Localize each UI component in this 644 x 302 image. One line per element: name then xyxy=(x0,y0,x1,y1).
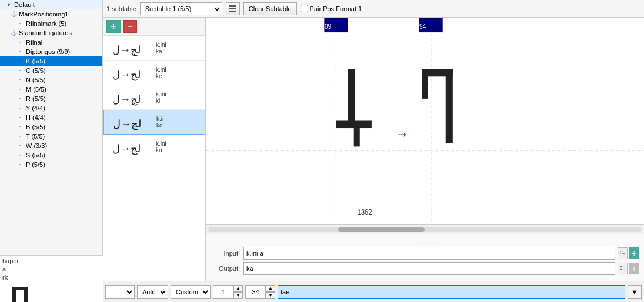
input-field[interactable] xyxy=(243,247,615,260)
spinner-btns-1: ▲ ▼ xyxy=(233,285,243,299)
tree-item-k55[interactable]: ╴ K (5/5) xyxy=(0,56,102,66)
input-cc-button[interactable]: cc xyxy=(618,247,628,259)
zoom-input[interactable] xyxy=(245,285,266,299)
folder-icon: ▼ xyxy=(5,1,13,9)
add-ligature-button[interactable]: + xyxy=(106,20,121,33)
tree-item-p55[interactable]: ╴ P (5/5) xyxy=(0,160,102,169)
tree-label-h44: H (4/4) xyxy=(26,114,46,121)
svg-rect-18 xyxy=(336,121,371,129)
subtable-select[interactable]: Subtable 1 (5/5) xyxy=(140,2,222,15)
glyph-icon-5: ╴ xyxy=(16,66,25,75)
glyph-icon-9: ╴ xyxy=(16,104,25,112)
svg-rect-26 xyxy=(24,287,28,302)
bottom-select-custom[interactable]: Custom xyxy=(171,285,211,299)
tree-item-markpos1[interactable]: ⚓ MarkPositioning1 xyxy=(0,9,102,19)
scrollbar-thumb[interactable] xyxy=(338,227,425,232)
tree-item-stdlig[interactable]: ⚓ StandardLigatures xyxy=(0,28,102,38)
tree-label-stdlig: StandardLigatures xyxy=(19,29,72,36)
tree-label-b55: B (5/5) xyxy=(26,123,45,130)
tree-item-t55[interactable]: ╴ T (5/5) xyxy=(0,132,102,141)
lig-item-ko[interactable]: لچ→ل k.iniko xyxy=(103,110,205,135)
tree-label-y44: Y (4/4) xyxy=(26,105,45,112)
tree-item-h44[interactable]: ╴ H (4/4) xyxy=(0,113,102,122)
lig-name-ko: k.iniko xyxy=(156,116,167,129)
pair-pos-checkbox[interactable] xyxy=(301,5,308,12)
ligature-list: لچ→ل k.inika لچ→ل k xyxy=(103,36,206,159)
toolbar: 1 subtable Subtable 1 (5/5) Clear Subtab… xyxy=(103,0,644,18)
spinner-down-zoom[interactable]: ▼ xyxy=(266,292,275,299)
clear-subtable-button[interactable]: Clear Subtable xyxy=(243,2,297,15)
output-add-button[interactable]: + xyxy=(629,263,639,274)
spinner-zoom: ▲ ▼ xyxy=(245,285,275,299)
lig-item-ka[interactable]: لچ→ل k.inika xyxy=(103,36,205,61)
tree-label-t55: T (5/5) xyxy=(26,133,45,140)
bottom-right-button[interactable]: ▼ xyxy=(628,285,642,299)
lig-item-ki[interactable]: لچ→ل k.iniki xyxy=(103,85,205,110)
bottom-select-1[interactable] xyxy=(105,285,135,299)
glyph-icon-14: ╴ xyxy=(16,151,25,159)
spinner-up-zoom[interactable]: ▲ xyxy=(266,285,275,292)
tree-label-rfinal: Rfinal xyxy=(26,39,42,46)
remove-ligature-button[interactable]: − xyxy=(123,20,137,33)
shape-a: a xyxy=(2,265,101,273)
tree-label-c55: C (5/5) xyxy=(26,67,46,74)
output-cc-button[interactable]: cc xyxy=(618,263,628,274)
glyph-icon-11: ╴ xyxy=(16,123,25,131)
canvas-scrollbar[interactable] xyxy=(206,224,644,234)
spinner-up-1[interactable]: ▲ xyxy=(233,285,243,292)
lig-item-ke[interactable]: لچ→ل k.inike xyxy=(103,61,205,85)
tree-item-default[interactable]: ▼ Default xyxy=(0,0,102,9)
spinner-btns-zoom: ▲ ▼ xyxy=(266,285,275,299)
tree-item-b55[interactable]: ╴ B (5/5) xyxy=(0,122,102,132)
svg-text:لچ→ل: لچ→ل xyxy=(112,69,141,81)
lig-glyph-ku: لچ→ل xyxy=(106,137,154,156)
canvas-svg: 709 894 1362 xyxy=(206,18,644,224)
tree-item-n55[interactable]: ╴ N (5/5) xyxy=(0,75,102,85)
tree-label-markpos1: MarkPositioning1 xyxy=(19,11,68,18)
subtable-icon-btn[interactable] xyxy=(226,2,240,15)
lig-name-ku: k.iniku xyxy=(156,140,166,153)
tree-item-diptongos[interactable]: ╴ Diptongos (9/9) xyxy=(0,47,102,56)
glyph-icon-13: ╴ xyxy=(16,142,25,150)
svg-text:→: → xyxy=(395,124,408,142)
spinner-input-1[interactable] xyxy=(213,285,233,299)
tree-item-rfinal[interactable]: ╴ Rfinal xyxy=(0,38,102,47)
scrollbar-track[interactable] xyxy=(208,227,642,232)
input-btn-group: cc + xyxy=(618,247,639,259)
input-add-button[interactable]: + xyxy=(629,247,639,259)
pair-pos-label[interactable]: Pair Pos Format 1 xyxy=(301,5,362,12)
subtable-count-label: 1 subtable xyxy=(106,5,136,12)
tree-label-s55: S (5/5) xyxy=(26,152,45,159)
bottom-select-auto[interactable]: Auto xyxy=(137,285,168,299)
svg-rect-23 xyxy=(422,69,428,99)
glyph-icon-3: ╴ xyxy=(16,48,25,56)
preview-glyph xyxy=(2,281,101,302)
subtable-icon xyxy=(228,4,238,14)
tree-item-r55[interactable]: ╴ R (5/5) xyxy=(0,94,102,103)
output-btn-group: cc + xyxy=(618,263,639,274)
spinner-1: ▲ ▼ xyxy=(213,285,243,299)
lig-name-ka: k.inika xyxy=(156,42,166,55)
output-field[interactable] xyxy=(243,262,615,275)
lig-glyph-ki: لچ→ل xyxy=(106,88,154,107)
glyph-icon-10: ╴ xyxy=(16,113,25,122)
tree-item-y44[interactable]: ╴ Y (4/4) xyxy=(0,103,102,113)
tree-item-m55[interactable]: ╴ M (5/5) xyxy=(0,85,102,94)
svg-rect-19 xyxy=(354,128,360,146)
svg-rect-1 xyxy=(229,8,236,9)
glyph-icon-7: ╴ xyxy=(16,85,25,93)
spinner-down-1[interactable]: ▼ xyxy=(233,292,243,299)
dots-separator: ......... xyxy=(211,238,639,247)
output-label: Output: xyxy=(211,265,240,272)
glyph-search-input[interactable] xyxy=(278,285,625,299)
tree-item-rfinalmark[interactable]: ╴ Rfinalmark (5) xyxy=(0,19,102,28)
input-row: Input: cc + xyxy=(211,247,639,260)
tree-item-c55[interactable]: ╴ C (5/5) xyxy=(0,66,102,75)
svg-text:لچ→ل: لچ→ل xyxy=(112,93,141,106)
tree-label-default: Default xyxy=(14,1,35,8)
tree-item-s55[interactable]: ╴ S (5/5) xyxy=(0,150,102,160)
lig-glyph-ke: لچ→ل xyxy=(106,63,154,82)
tree-item-w33[interactable]: ╴ W (3/3) xyxy=(0,141,102,150)
lig-item-ku[interactable]: لچ→ل k.iniku xyxy=(103,135,205,159)
svg-rect-2 xyxy=(229,11,236,12)
